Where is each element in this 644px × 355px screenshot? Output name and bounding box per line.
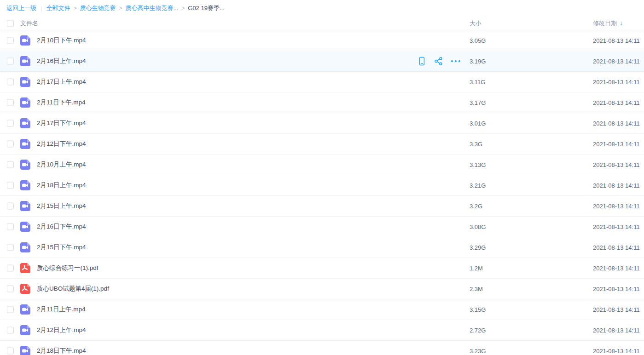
file-name-link[interactable]: 2月18日上午.mp4 [37, 181, 86, 189]
video-file-icon [20, 304, 30, 315]
file-row[interactable]: 2月12日上午.mp4 2.72G 2021-08-13 14:11 [0, 320, 644, 341]
file-name-link[interactable]: 2月10月上午.mp4 [37, 160, 86, 169]
more-actions-button[interactable] [451, 56, 461, 66]
video-file-icon [20, 201, 30, 211]
file-row[interactable]: 2月16日上午.mp4 [0, 51, 644, 72]
file-name-link[interactable]: 质心综合练习一(1).pdf [37, 264, 99, 272]
file-modified-date: 2021-08-13 14:11 [593, 265, 640, 272]
file-name-link[interactable]: 2月16日上午.mp4 [37, 57, 86, 65]
file-name-link[interactable]: 2月11日上午.mp4 [37, 305, 86, 314]
file-name-link[interactable]: 2月16日下午.mp4 [37, 223, 86, 231]
row-checkbox[interactable] [7, 203, 14, 210]
file-name-link[interactable]: 2月15日上午.mp4 [37, 202, 86, 210]
column-header-filename[interactable]: 文件名 [20, 19, 38, 28]
share-button[interactable] [434, 56, 444, 66]
sort-desc-icon[interactable]: ↓ [620, 19, 623, 27]
file-size: 3.3G [470, 141, 482, 148]
select-all-checkbox[interactable] [7, 20, 14, 27]
row-checkbox[interactable] [7, 265, 14, 272]
breadcrumb-current-folder: G02 19赛季... [188, 4, 224, 12]
file-modified-date: 2021-08-13 14:11 [593, 244, 640, 251]
file-size: 3.01G [470, 120, 486, 127]
file-name-link[interactable]: 2月17日下午.mp4 [37, 119, 86, 127]
file-modified-date: 2021-08-13 14:11 [593, 182, 640, 189]
row-checkbox[interactable] [7, 120, 14, 127]
share-icon [434, 57, 443, 66]
file-size: 2.72G [470, 327, 486, 334]
file-name-link[interactable]: 2月17日上午.mp4 [37, 78, 86, 86]
file-row[interactable]: 2月18日上午.mp4 3.21G 2021-08-13 14:11 [0, 175, 644, 196]
video-file-icon [20, 346, 30, 355]
video-file-icon [20, 325, 30, 335]
file-size: 3.17G [470, 99, 486, 106]
file-name-link[interactable]: 2月12日上午.mp4 [37, 326, 86, 334]
column-header-size[interactable]: 大小 [470, 19, 482, 28]
breadcrumb-item-folder-2[interactable]: 质心高中生物竞赛... [125, 4, 178, 12]
row-checkbox[interactable] [7, 161, 14, 168]
breadcrumb-divider: | [41, 5, 42, 12]
file-modified-date: 2021-08-13 14:11 [593, 327, 640, 334]
video-file-icon [20, 35, 30, 46]
save-to-phone-button[interactable] [417, 56, 427, 66]
file-row[interactable]: 2月15日下午.mp4 3.29G 2021-08-13 14:11 [0, 237, 644, 258]
row-checkbox[interactable] [7, 327, 14, 334]
breadcrumb-back-link[interactable]: 返回上一级 [6, 4, 36, 12]
file-row[interactable]: 2月15日上午.mp4 3.2G 2021-08-13 14:11 [0, 196, 644, 217]
file-row[interactable]: 2月11日下午.mp4 3.17G 2021-08-13 14:11 [0, 92, 644, 113]
row-checkbox[interactable] [7, 79, 14, 86]
video-file-icon [20, 77, 30, 87]
file-row[interactable]: 2月12日下午.mp4 3.3G 2021-08-13 14:11 [0, 134, 644, 155]
row-checkbox[interactable] [7, 223, 14, 230]
breadcrumb: 返回上一级 | 全部文件 > 质心生物竞赛 > 质心高中生物竞赛... > G0… [0, 0, 644, 17]
file-name-link[interactable]: 2月11日下午.mp4 [37, 98, 86, 107]
row-checkbox[interactable] [7, 99, 14, 106]
more-dots-icon [451, 60, 461, 63]
file-row[interactable]: 2月16日下午.mp4 3.08G 2021-08-13 14:11 [0, 217, 644, 237]
list-header: 文件名 大小 修改日期↓ [0, 17, 644, 30]
file-name-link[interactable]: 2月12日下午.mp4 [37, 140, 86, 148]
file-name-link[interactable]: 2月15日下午.mp4 [37, 243, 86, 252]
file-size: 3.21G [470, 182, 486, 189]
file-modified-date: 2021-08-13 14:11 [593, 306, 640, 313]
column-header-date[interactable]: 修改日期↓ [593, 19, 623, 28]
file-modified-date: 2021-08-13 14:11 [593, 203, 640, 210]
file-modified-date: 2021-08-13 14:11 [593, 286, 640, 292]
breadcrumb-item-folder-1[interactable]: 质心生物竞赛 [80, 4, 116, 12]
row-checkbox[interactable] [7, 141, 14, 148]
file-size: 1.2M [470, 265, 483, 272]
row-checkbox[interactable] [7, 286, 14, 292]
file-row[interactable]: 2月17日上午.mp4 3.11G 2021-08-13 14:11 [0, 72, 644, 92]
file-size: 3.23G [470, 348, 486, 355]
row-checkbox[interactable] [7, 182, 14, 189]
file-name-link[interactable]: 2月18日下午.mp4 [37, 347, 86, 355]
file-row[interactable]: 2月18日下午.mp4 3.23G 2021-08-13 14:11 [0, 341, 644, 355]
video-file-icon [20, 242, 30, 252]
file-list: 2月10日下午.mp4 3.05G 2021-08-13 14:11 2月16日… [0, 30, 644, 355]
video-file-icon [20, 180, 30, 190]
row-checkbox[interactable] [7, 37, 14, 44]
file-row[interactable]: 质心UBO试题第4届(1).pdf 2.3M 2021-08-13 14:11 [0, 279, 644, 299]
row-checkbox[interactable] [7, 348, 14, 355]
phone-icon [418, 56, 426, 66]
pdf-file-icon [20, 263, 30, 273]
file-modified-date: 2021-08-13 14:11 [593, 120, 640, 127]
pdf-file-icon [20, 284, 30, 294]
row-checkbox[interactable] [7, 58, 14, 65]
breadcrumb-item-all-files[interactable]: 全部文件 [46, 4, 70, 12]
file-name-link[interactable]: 2月10日下午.mp4 [37, 36, 86, 45]
breadcrumb-separator: > [181, 5, 185, 11]
file-modified-date: 2021-08-13 14:11 [593, 99, 640, 106]
video-file-icon [20, 160, 30, 170]
row-checkbox[interactable] [7, 306, 14, 313]
file-row[interactable]: 2月10月上午.mp4 3.13G 2021-08-13 14:11 [0, 155, 644, 175]
file-name-link[interactable]: 质心UBO试题第4届(1).pdf [37, 285, 109, 293]
file-row[interactable]: 2月10日下午.mp4 3.05G 2021-08-13 14:11 [0, 30, 644, 51]
row-checkbox[interactable] [7, 244, 14, 251]
file-modified-date: 2021-08-13 14:11 [593, 161, 640, 168]
video-file-icon [20, 97, 30, 108]
file-row[interactable]: 2月11日上午.mp4 3.15G 2021-08-13 14:11 [0, 299, 644, 320]
file-row[interactable]: 质心综合练习一(1).pdf 1.2M 2021-08-13 14:11 [0, 258, 644, 279]
video-file-icon [20, 139, 30, 149]
file-manager-page: 返回上一级 | 全部文件 > 质心生物竞赛 > 质心高中生物竞赛... > G0… [0, 0, 644, 355]
file-row[interactable]: 2月17日下午.mp4 3.01G 2021-08-13 14:11 [0, 113, 644, 134]
